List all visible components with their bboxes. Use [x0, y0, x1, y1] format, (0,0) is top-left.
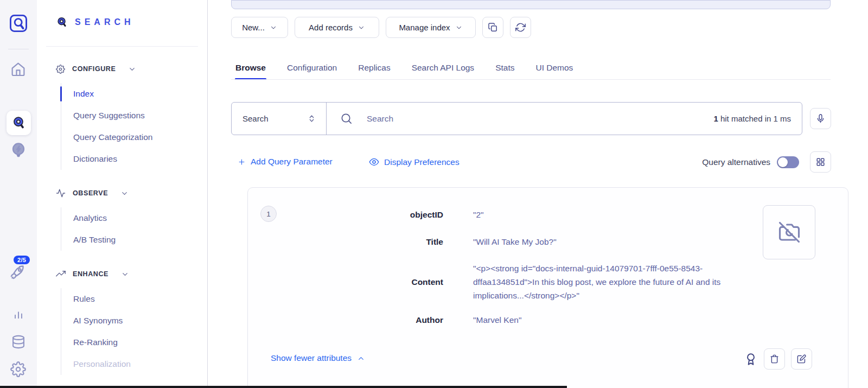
chevron-down-icon	[128, 65, 136, 73]
manage-index-label: Manage index	[399, 23, 450, 32]
search-bar: Search 1 hit matched in 1 ms	[231, 102, 802, 135]
attribute-row: objectID "2"	[248, 208, 848, 221]
chevron-down-icon	[121, 270, 129, 278]
tab-configuration[interactable]: Configuration	[286, 56, 337, 79]
show-fewer-attributes-link[interactable]: Show fewer attributes	[271, 353, 365, 363]
search-type-value: Search	[242, 114, 269, 123]
tab-search-api-logs[interactable]: Search API Logs	[411, 56, 475, 79]
copy-icon	[488, 22, 498, 33]
copy-button[interactable]	[482, 17, 503, 38]
tab-stats[interactable]: Stats	[495, 56, 515, 79]
sidebar-item-ab-testing[interactable]: A/B Testing	[73, 229, 207, 251]
refresh-icon	[515, 22, 526, 33]
main-content: New... Add records Manage index	[208, 0, 868, 388]
tab-browse[interactable]: Browse	[235, 56, 266, 79]
sidebar-item-personalization[interactable]: Personalization	[73, 353, 207, 375]
manage-index-button[interactable]: Manage index	[386, 17, 476, 38]
sidebar-item-query-categorization[interactable]: Query Categorization	[73, 126, 207, 148]
search-input[interactable]	[366, 113, 700, 124]
lightbulb-icon[interactable]	[10, 142, 27, 158]
delete-record-button[interactable]	[764, 348, 785, 370]
sidebar-item-query-suggestions[interactable]: Query Suggestions	[73, 105, 207, 126]
section-label: ENHANCE	[73, 270, 108, 278]
new-button[interactable]: New...	[231, 17, 288, 38]
display-preferences-link[interactable]: Display Preferences	[369, 157, 459, 167]
attribute-name: Content	[248, 277, 443, 287]
rocket-icon[interactable]	[9, 264, 26, 281]
chevron-up-icon	[357, 354, 365, 362]
search-icon	[56, 16, 68, 28]
index-tabs: Browse Configuration Replicas Search API…	[235, 56, 573, 79]
layout-grid-button[interactable]	[810, 151, 831, 173]
sidebar-item-ai-synonyms[interactable]: AI Synonyms	[73, 310, 207, 332]
attribute-value: "<p><strong id="docs-internal-guid-14079…	[473, 262, 769, 302]
edit-record-button[interactable]	[791, 348, 812, 370]
add-query-parameter-label: Add Query Parameter	[251, 157, 333, 167]
sidebar-item-rules[interactable]: Rules	[73, 288, 207, 310]
query-alternatives-label: Query alternatives	[702, 157, 770, 167]
voice-search-button[interactable]	[810, 108, 831, 129]
record-image-placeholder	[763, 205, 815, 259]
sidebar-item-index[interactable]: Index	[73, 83, 207, 105]
search-nav-active[interactable]	[7, 111, 31, 135]
hits-count: 1	[713, 114, 718, 123]
tab-replicas[interactable]: Replicas	[358, 56, 391, 79]
attribute-row: Content "<p><strong id="docs-internal-gu…	[248, 262, 848, 302]
index-selector-partial[interactable]	[231, 0, 831, 9]
attribute-value: "2"	[473, 208, 484, 221]
search-icon	[340, 112, 353, 125]
search-icon	[11, 116, 26, 130]
add-records-button[interactable]: Add records	[295, 17, 379, 38]
hits-text: hit matched in 1 ms	[718, 114, 791, 123]
display-preferences-label: Display Preferences	[384, 157, 459, 167]
trash-icon	[769, 354, 780, 364]
attribute-value: "Will AI Take My Job?"	[473, 235, 557, 249]
section-enhance[interactable]: ENHANCE	[56, 268, 207, 281]
tab-ui-demos[interactable]: UI Demos	[535, 56, 573, 79]
home-icon[interactable]	[10, 61, 26, 77]
icon-rail: 2/5	[0, 0, 37, 388]
attribute-name: Title	[248, 237, 443, 247]
results-panel: 1 objectID "2" Title "Will AI Take My Jo…	[247, 187, 848, 388]
pulse-icon	[56, 188, 66, 198]
add-query-parameter-link[interactable]: Add Query Parameter	[238, 157, 333, 167]
result-rank-badge: 1	[260, 206, 277, 222]
search-type-select[interactable]: Search	[232, 103, 327, 135]
configure-items: Index Query Suggestions Query Categoriza…	[61, 83, 207, 170]
refresh-button[interactable]	[510, 17, 531, 38]
sidebar-title: SEARCH	[37, 0, 207, 28]
edit-icon	[796, 354, 807, 364]
chevron-down-icon	[120, 189, 129, 198]
gear-icon	[56, 65, 65, 74]
algolia-logo-icon[interactable]	[8, 13, 29, 34]
toggle-knob	[778, 157, 788, 167]
section-observe[interactable]: OBSERVE	[56, 187, 207, 200]
sidebar-item-dictionaries[interactable]: Dictionaries	[73, 148, 207, 170]
award-icon[interactable]	[744, 352, 758, 366]
usage-badge: 2/5	[14, 256, 30, 264]
attribute-name: Author	[248, 315, 443, 325]
bar-chart-icon[interactable]	[11, 307, 25, 321]
query-alternatives-control: Query alternatives	[702, 156, 799, 168]
gear-icon[interactable]	[10, 361, 26, 377]
sidebar-item-analytics[interactable]: Analytics	[73, 207, 207, 229]
index-toolbar: New... Add records Manage index	[231, 17, 531, 38]
camera-off-icon	[778, 221, 801, 244]
chevron-down-icon	[455, 24, 463, 31]
eye-icon	[369, 157, 379, 167]
chevron-updown-icon	[307, 114, 316, 123]
observe-items: Analytics A/B Testing	[61, 207, 207, 251]
trending-up-icon	[56, 269, 66, 279]
algolia-dashboard: 2/5	[0, 0, 868, 388]
attribute-row: Author "Marvel Ken"	[248, 313, 848, 327]
attribute-row: Title "Will AI Take My Job?"	[248, 235, 848, 249]
database-icon[interactable]	[11, 334, 26, 349]
grid-icon	[815, 157, 826, 167]
section-configure[interactable]: CONFIGURE	[56, 62, 207, 75]
chevron-down-icon	[270, 24, 277, 31]
query-alternatives-toggle[interactable]	[777, 156, 799, 168]
sidebar-item-re-ranking[interactable]: Re-Ranking	[73, 332, 207, 353]
rail-divider	[8, 49, 29, 49]
bottom-cutoff-bar	[0, 386, 567, 388]
microphone-icon	[815, 113, 826, 124]
